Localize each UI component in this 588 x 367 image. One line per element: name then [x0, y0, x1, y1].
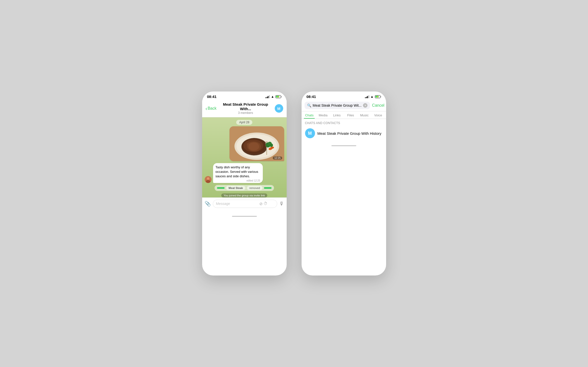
wifi-icon-right: ▲	[370, 95, 374, 98]
slash-command-icon[interactable]: ⊘	[259, 201, 263, 206]
chat-subtitle: 3 members	[219, 111, 273, 115]
cancel-button[interactable]: Cancel	[372, 103, 384, 108]
mic-button[interactable]: 🎙	[279, 201, 284, 207]
svg-point-16	[207, 177, 209, 180]
message-input-field[interactable]: Message ⊘ ⏱	[213, 200, 277, 208]
back-label: Back	[208, 106, 217, 111]
svg-point-12	[270, 143, 273, 147]
system-message-row: You joined the group via invite link	[205, 193, 284, 197]
battery-icon-right: ⚡	[375, 95, 381, 98]
home-indicator-left	[202, 211, 287, 218]
left-phone: 08:41 ▲ ⚡ ‹ Back Meat Steak Private Grou…	[202, 92, 287, 275]
attach-button[interactable]: 📎	[205, 201, 211, 207]
home-bar-right	[331, 145, 356, 146]
home-bar-left	[232, 216, 257, 217]
input-icons: ⊘ ⏱	[259, 201, 268, 206]
status-icons-left: ▲ ⚡	[266, 95, 281, 98]
status-bar-right: 08:41 ▲ ⚡	[302, 92, 386, 100]
image-box: 12:25	[229, 126, 284, 161]
tabs-row: Chats Media Links Files Music Voice	[302, 111, 386, 119]
svg-point-17	[206, 180, 210, 183]
chat-title: Meat Steak Private Group With...	[219, 102, 273, 111]
message-text: Tasty dish worthy of any occasion. Serve…	[216, 165, 260, 179]
sender-avatar-image	[205, 176, 212, 183]
clear-button[interactable]: ✕	[363, 103, 367, 108]
chat-title-block: Meat Steak Private Group With... 3 membe…	[219, 102, 273, 115]
status-icons-right: ▲ ⚡	[365, 95, 381, 98]
image-message[interactable]: 12:25	[229, 126, 284, 161]
message-placeholder: Message	[216, 202, 259, 206]
back-chevron-icon: ‹	[206, 106, 207, 111]
date-badge-text: April 28	[236, 120, 252, 125]
timer-icon[interactable]: ⏱	[264, 201, 268, 206]
food-image: 12:25	[229, 126, 284, 161]
signal-icon	[266, 95, 270, 98]
pill-bar-left	[217, 187, 225, 189]
tab-files[interactable]: Files	[344, 111, 357, 119]
result-name: Meat Steak Private Group With History	[317, 131, 382, 136]
search-icon: 🔍	[307, 103, 311, 107]
wifi-icon: ▲	[271, 95, 274, 98]
message-input-inner: Message ⊘ ⏱	[216, 201, 268, 206]
result-avatar: M	[305, 128, 315, 138]
date-badge: April 28	[205, 120, 284, 124]
battery-icon: ⚡	[275, 95, 282, 98]
text-message-bubble[interactable]: Tasty dish worthy of any occasion. Serve…	[213, 163, 263, 183]
section-label: CHATS AND CONTACTS	[302, 119, 386, 126]
back-button[interactable]: ‹ Back	[206, 106, 217, 111]
tab-links[interactable]: Links	[330, 111, 344, 119]
tab-music[interactable]: Music	[358, 111, 371, 119]
removed-action: removed	[247, 186, 263, 190]
tab-voice[interactable]: Voice	[371, 111, 385, 119]
search-result-row[interactable]: M Meat Steak Private Group With History	[302, 126, 386, 141]
time-right: 08:41	[307, 94, 316, 99]
search-bar-row: 🔍 Meat Steak Private Group Wit... ✕ Canc…	[302, 100, 386, 111]
message-meta: edited 12:25	[216, 179, 260, 182]
result-avatar-letter: M	[308, 131, 312, 136]
search-value: Meat Steak Private Group Wit...	[313, 103, 362, 107]
text-message-row: Tasty dish worthy of any occasion. Serve…	[205, 163, 284, 183]
removed-pill: Meat Steak removed	[205, 185, 284, 191]
time-left: 08:41	[207, 94, 217, 99]
join-message: You joined the group via invite link	[221, 193, 268, 197]
right-phone: 08:41 ▲ ⚡ 🔍 Meat Steak Private Group Wit…	[302, 92, 386, 275]
sender-avatar	[205, 176, 212, 183]
chat-avatar[interactable]: M	[275, 104, 283, 113]
home-indicator-right	[302, 141, 386, 148]
status-bar-left: 08:41 ▲ ⚡	[202, 92, 287, 100]
chat-body: April 28	[202, 117, 287, 197]
chat-input-bar: 📎 Message ⊘ ⏱ 🎙	[202, 197, 287, 211]
pill-bar-right	[264, 187, 271, 189]
image-timestamp: 12:25	[273, 156, 282, 160]
search-field[interactable]: 🔍 Meat Steak Private Group Wit... ✕	[305, 102, 370, 109]
tab-media[interactable]: Media	[316, 111, 330, 119]
tab-chats[interactable]: Chats	[303, 111, 316, 119]
avatar-letter: M	[277, 106, 280, 111]
removed-name: Meat Steak	[226, 186, 245, 190]
signal-icon-right	[365, 95, 369, 98]
chat-header: ‹ Back Meat Steak Private Group With... …	[202, 100, 287, 117]
